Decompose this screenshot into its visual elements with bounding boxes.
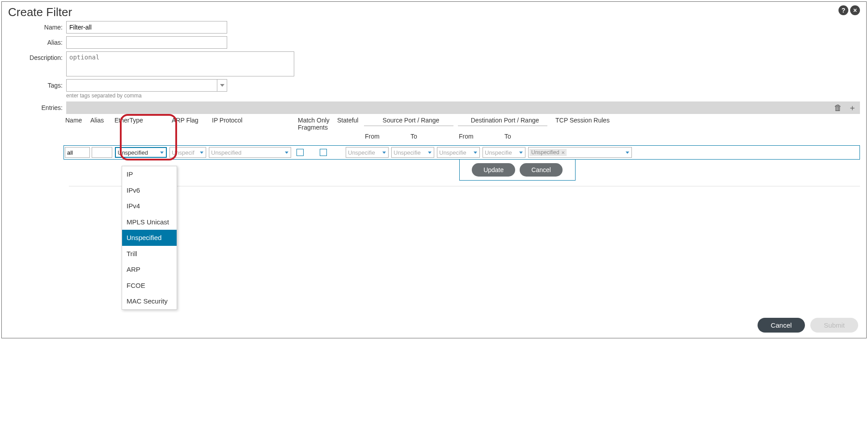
entries-table-head-wrap: Name Alias EtherType ARP Flag IP Protoco… (64, 114, 860, 181)
alias-input[interactable] (66, 36, 227, 49)
entry-sport-to-select[interactable]: Unspecifie (391, 147, 434, 158)
col-tcp: TCP Session Rules (552, 117, 650, 131)
tags-select[interactable] (66, 79, 227, 92)
entry-dport-from-select[interactable]: Unspecifie (437, 147, 480, 158)
col-arpflag: ARP Flag (172, 117, 212, 131)
entries-table-head: Name Alias EtherType ARP Flag IP Protoco… (64, 114, 860, 133)
chevron-down-icon (382, 152, 386, 154)
tags-label: Tags: (8, 79, 66, 89)
cancel-button[interactable]: Cancel (758, 318, 805, 333)
col-sport-from: From (365, 133, 411, 140)
ethertype-option-unspecified[interactable]: Unspecified (122, 230, 177, 246)
col-dport: Destination Port / Range (458, 117, 552, 131)
col-sport-to: To (411, 133, 459, 140)
chevron-down-icon (160, 152, 164, 154)
col-name: Name (64, 117, 90, 131)
chevron-down-icon (220, 84, 224, 87)
modal-footer: Cancel Submit (758, 318, 858, 333)
col-dport-to: To (504, 133, 553, 140)
entry-dport-to-select[interactable]: Unspecifie (483, 147, 525, 158)
chevron-down-icon (519, 152, 523, 154)
description-input[interactable] (66, 51, 294, 76)
col-ipprotocol: IP Protocol (212, 117, 298, 131)
entry-actions: Update Cancel (459, 160, 576, 181)
col-stateful: Stateful (337, 117, 364, 131)
entry-tcp-rules[interactable]: Unspecified ✕ (528, 147, 632, 158)
name-input[interactable] (66, 21, 227, 34)
col-alias: Alias (90, 117, 114, 131)
ethertype-option-ip[interactable]: IP (122, 166, 177, 182)
col-ethertype: EtherType (114, 117, 172, 131)
close-icon[interactable]: × (850, 5, 860, 15)
plus-icon[interactable]: ＋ (848, 102, 856, 113)
ethertype-dropdown: IP IPv6 IPv4 MPLS Unicast Unspecified Tr… (122, 166, 177, 310)
chip-remove-icon[interactable]: ✕ (561, 150, 565, 155)
chevron-down-icon (285, 152, 288, 154)
entry-match-checkbox[interactable] (296, 149, 304, 156)
entry-row: Unspecified Unspecif Unspecified Unspe (64, 145, 860, 160)
tags-input[interactable] (67, 80, 217, 91)
entries-toolbar: 🗑 ＋ (66, 101, 860, 114)
update-button[interactable]: Update (472, 163, 515, 177)
ethertype-option-ipv6[interactable]: IPv6 (122, 182, 177, 198)
col-dport-from: From (459, 133, 504, 140)
modal-header: Create Filter ? × (2, 2, 866, 21)
entry-sport-from-select[interactable]: Unspecifie (346, 147, 389, 158)
ethertype-option-arp[interactable]: ARP (122, 261, 177, 278)
create-filter-modal: Create Filter ? × Name: Alias: Descripti… (1, 1, 867, 338)
tags-dropdown-btn[interactable] (217, 80, 227, 91)
help-icon[interactable]: ? (838, 5, 848, 15)
col-sport: Source Port / Range (364, 117, 458, 131)
entry-name-input[interactable] (65, 147, 90, 158)
chevron-down-icon (428, 152, 432, 154)
ethertype-option-mpls[interactable]: MPLS Unicast (122, 214, 177, 230)
tcp-rule-chip: Unspecified ✕ (529, 149, 567, 156)
cancel-entry-button[interactable]: Cancel (520, 163, 563, 177)
entry-ethertype-select[interactable]: Unspecified (115, 147, 167, 158)
ethertype-option-ipv4[interactable]: IPv4 (122, 198, 177, 214)
trash-icon[interactable]: 🗑 (834, 103, 842, 113)
col-match: Match Only Fragments (298, 117, 337, 131)
alias-label: Alias: (8, 36, 66, 46)
ethertype-option-trill[interactable]: Trill (122, 246, 177, 262)
tags-hint: enter tags separated by comma (66, 93, 227, 99)
entry-alias-input[interactable] (92, 147, 112, 158)
chevron-down-icon (200, 152, 203, 154)
entry-stateful-checkbox[interactable] (320, 149, 327, 156)
ethertype-option-macsec[interactable]: MAC Security (122, 293, 177, 309)
name-label: Name: (8, 21, 66, 31)
ethertype-option-fcoe[interactable]: FCOE (122, 278, 177, 294)
entries-label: Entries: (8, 101, 66, 111)
chevron-down-icon (474, 152, 477, 154)
entry-arpflag-select[interactable]: Unspecif (169, 147, 206, 158)
modal-title: Create Filter (8, 5, 72, 19)
entry-ipprotocol-select[interactable]: Unspecified (209, 147, 291, 158)
description-label: Description: (8, 51, 66, 61)
chevron-down-icon (626, 152, 629, 154)
submit-button: Submit (810, 318, 858, 333)
